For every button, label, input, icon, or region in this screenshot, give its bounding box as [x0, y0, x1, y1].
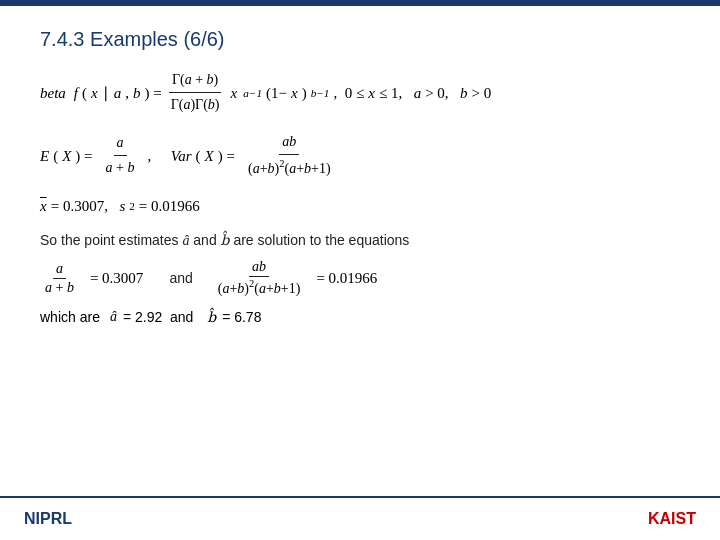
and-label: and — [169, 270, 192, 286]
results: which are â = 2.92 and b̂ = 6.78 — [40, 309, 680, 326]
beta-formula: beta f(x ∣ a, b) = Γ(a + b) Γ(a)Γ(b) xa−… — [40, 69, 680, 117]
section-title: 7.4.3 Examples (6/6) — [40, 28, 680, 51]
first-equation: a a + b = 0.3007 — [40, 261, 149, 296]
second-equation: ab (a+b)2(a+b+1) = 0.01966 — [213, 259, 384, 297]
moments-formula: E(X) = a a + b , Var(X) = ab (a+b)2(a+b+… — [40, 131, 680, 180]
equations-section: a a + b = 0.3007 and ab (a+b)2(a+b+1) = … — [40, 259, 680, 297]
top-border — [0, 0, 720, 6]
equation-row: a a + b = 0.3007 and ab (a+b)2(a+b+1) = … — [40, 259, 680, 297]
sample-stats: x = 0.3007, s2 = 0.01966 — [40, 194, 680, 218]
main-content: 7.4.3 Examples (6/6) beta f(x ∣ a, b) = … — [40, 20, 680, 490]
footer: NIPRL KAIST — [0, 496, 720, 540]
kaist-label: KAIST — [648, 510, 696, 528]
point-estimates-description: So the point estimates â and b̂ are solu… — [40, 232, 680, 249]
niprl-label: NIPRL — [24, 510, 72, 528]
